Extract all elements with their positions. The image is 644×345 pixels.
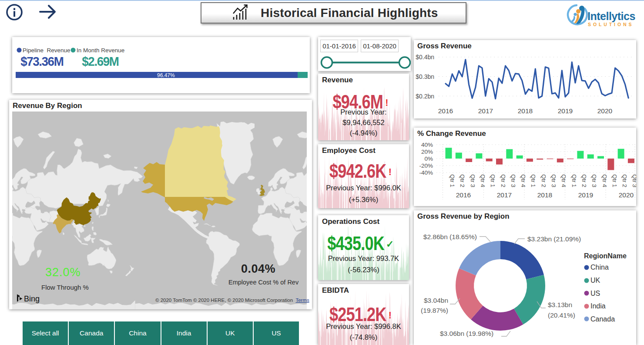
svg-text:Qtr 1: Qtr 1 [530,174,537,187]
svg-text:(20.41%): (20.41%) [548,311,575,319]
svg-text:Qtr 1: Qtr 1 [449,174,456,187]
svg-text:Qtr 3: Qtr 3 [470,174,476,187]
svg-text:Bing: Bing [24,294,40,303]
svg-text:40%: 40% [421,142,433,148]
svg-text:Qtr 4: Qtr 4 [560,174,567,187]
svg-text:$3.23bn (21.09%): $3.23bn (21.09%) [527,235,581,243]
svg-text:Qtr 1: Qtr 1 [611,174,618,187]
svg-text:2018: 2018 [537,191,552,199]
svg-text:China: China [590,264,609,271]
svg-text:20%: 20% [421,149,433,155]
svg-text:Qtr 4: Qtr 4 [601,174,608,187]
svg-text:Qtr 2: Qtr 2 [540,174,547,187]
svg-text:Qtr 3: Qtr 3 [510,174,517,187]
svg-text:$3.04bn: $3.04bn [424,297,448,304]
svg-text:Qtr 2: Qtr 2 [500,174,506,187]
svg-text:Intellytics: Intellytics [587,10,635,22]
svg-text:$2.86bn (18.65%): $2.86bn (18.65%) [423,233,477,240]
svg-text:Qtr 2: Qtr 2 [621,174,628,187]
svg-text:Qtr 2: Qtr 2 [459,174,466,187]
svg-text:Qtr 3: Qtr 3 [550,174,557,187]
svg-text:Qtr 3: Qtr 3 [591,174,597,187]
svg-text:2017: 2017 [478,107,493,115]
svg-text:UK: UK [590,277,600,284]
svg-text:Canada: Canada [590,315,615,323]
svg-text:(19.87%): (19.87%) [421,307,448,314]
svg-text:$3.06bn (19.98%): $3.06bn (19.98%) [440,330,493,337]
svg-text:Qtr 2: Qtr 2 [581,174,587,187]
svg-text:0%: 0% [424,156,433,162]
svg-text:Qtr 4: Qtr 4 [520,174,527,187]
svg-text:Qtr 3: Qtr 3 [631,174,636,187]
svg-text:Qtr 1: Qtr 1 [571,174,577,187]
svg-text:2016: 2016 [438,107,453,115]
svg-text:SOLUTIONS: SOLUTIONS [588,22,634,27]
svg-text:-20%: -20% [419,162,433,169]
svg-text:2020: 2020 [597,107,613,115]
svg-text:$2.69M: $2.69M [82,54,118,68]
svg-text:2017: 2017 [497,191,512,199]
svg-text:RegionName: RegionName [584,252,627,260]
svg-text:$3.13bn: $3.13bn [548,301,572,308]
svg-text:Qtr 4: Qtr 4 [480,174,486,187]
svg-text:2020: 2020 [619,191,634,199]
svg-text:Pipeline Revenue: Pipeline Revenue [23,47,70,54]
svg-text:$0.3bn: $0.3bn [416,73,434,80]
svg-text:2016: 2016 [456,191,471,199]
svg-text:$0.2bn: $0.2bn [416,93,434,100]
svg-text:Qtr 1: Qtr 1 [490,174,496,187]
svg-text:In Month Revenue: In Month Revenue [77,47,124,54]
svg-text:2019: 2019 [558,107,573,115]
svg-text:$73.36M: $73.36M [20,54,63,68]
svg-text:2019: 2019 [578,191,593,199]
svg-text:2018: 2018 [518,107,533,115]
svg-text:-40%: -40% [419,169,433,176]
svg-text:$0.4bn: $0.4bn [416,54,434,61]
svg-text:96.47%: 96.47% [157,72,175,78]
svg-text:US: US [590,290,600,297]
svg-text:India: India [590,302,606,310]
